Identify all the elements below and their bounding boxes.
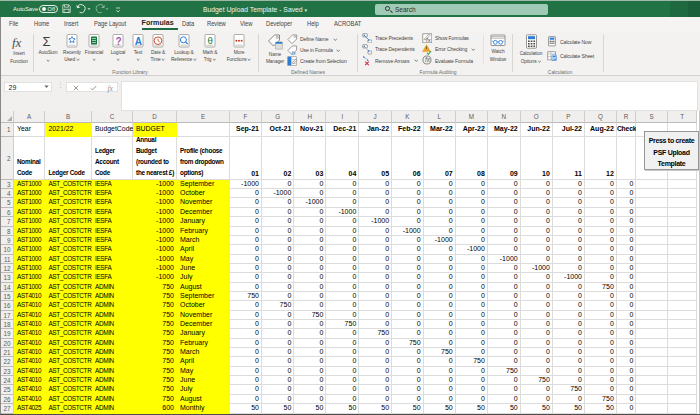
- month-value-cell[interactable]: 0: [326, 367, 359, 376]
- profile-cell[interactable]: February: [177, 227, 230, 236]
- cancel-entry-icon[interactable]: [73, 85, 79, 91]
- annual-budget-cell[interactable]: -1000: [133, 273, 177, 282]
- row-header-19[interactable]: 19: [0, 329, 14, 338]
- ledger-code-cell[interactable]: AST_COSTCTR: [45, 255, 92, 264]
- undo-icon[interactable]: [76, 3, 91, 14]
- month-header[interactable]: Mar-22: [424, 123, 456, 136]
- profile-cell[interactable]: March: [177, 236, 230, 245]
- annual-budget-cell[interactable]: 750: [133, 395, 177, 404]
- month-value-cell[interactable]: 0: [294, 348, 326, 357]
- row-header-18[interactable]: 18: [0, 320, 14, 329]
- ledger-account-code-cell[interactable]: ADMIN: [92, 385, 133, 394]
- month-value-cell[interactable]: 0: [553, 395, 585, 404]
- nominal-code-cell[interactable]: AST4010: [14, 367, 45, 376]
- month-value-cell[interactable]: 0: [553, 376, 585, 385]
- nominal-code-cell[interactable]: AST1000: [14, 236, 45, 245]
- month-value-cell[interactable]: 0: [326, 357, 359, 366]
- annual-budget-cell[interactable]: 600: [133, 404, 177, 413]
- row-header-12[interactable]: 12: [0, 264, 14, 273]
- month-value-cell[interactable]: 0: [230, 208, 262, 217]
- month-value-cell[interactable]: 0: [326, 395, 359, 404]
- month-value-cell[interactable]: 0: [585, 301, 617, 310]
- check-value-cell[interactable]: 0: [617, 208, 637, 217]
- month-value-cell[interactable]: 0: [392, 208, 424, 217]
- month-value-cell[interactable]: 0: [456, 395, 488, 404]
- check-value-cell[interactable]: 0: [617, 227, 637, 236]
- month-value-cell[interactable]: 0: [326, 189, 359, 198]
- month-value-cell[interactable]: 0: [585, 320, 617, 329]
- month-value-cell[interactable]: 0: [230, 227, 262, 236]
- month-value-cell[interactable]: 0: [456, 283, 488, 292]
- row-header-23[interactable]: 23: [0, 367, 14, 376]
- formula-input[interactable]: [121, 81, 698, 111]
- profile-cell[interactable]: June: [177, 264, 230, 273]
- month-value-cell[interactable]: 0: [294, 227, 326, 236]
- month-value-cell[interactable]: 0: [359, 208, 392, 217]
- month-value-cell[interactable]: 0: [294, 273, 326, 282]
- ledger-account-code-cell[interactable]: ADMIN: [92, 339, 133, 348]
- ribbon-error-checking-button[interactable]: Error Checking: [422, 44, 473, 55]
- month-value-cell[interactable]: 0: [230, 395, 262, 404]
- profile-cell[interactable]: September: [177, 180, 230, 189]
- month-value-cell[interactable]: 0: [585, 217, 617, 226]
- month-value-cell[interactable]: 0: [521, 357, 553, 366]
- month-value-cell[interactable]: 0: [424, 283, 456, 292]
- month-value-cell[interactable]: 0: [230, 264, 262, 273]
- cell[interactable]: [636, 227, 668, 236]
- nominal-code-cell[interactable]: AST4010: [14, 292, 45, 301]
- month-value-cell[interactable]: 0: [585, 376, 617, 385]
- month-value-cell[interactable]: 50: [456, 404, 488, 413]
- month-value-cell[interactable]: 0: [262, 180, 294, 189]
- month-value-cell[interactable]: 0: [488, 348, 521, 357]
- cell[interactable]: [668, 245, 698, 254]
- ledger-code-cell[interactable]: AST_COSTCTR: [45, 348, 92, 357]
- column-header-F[interactable]: F: [230, 111, 262, 124]
- cell[interactable]: [668, 264, 698, 273]
- check-value-cell[interactable]: 0: [617, 236, 637, 245]
- tab-insert[interactable]: Insert: [64, 20, 78, 27]
- month-value-cell[interactable]: 0: [456, 385, 488, 394]
- month-value-cell[interactable]: 0: [424, 357, 456, 366]
- month-value-cell[interactable]: 0: [262, 236, 294, 245]
- select-all-corner[interactable]: [0, 111, 14, 124]
- annual-budget-cell[interactable]: 750: [133, 283, 177, 292]
- month-value-cell[interactable]: 0: [326, 301, 359, 310]
- annual-budget-cell[interactable]: -1000: [133, 208, 177, 217]
- month-value-cell[interactable]: 0: [230, 367, 262, 376]
- cell[interactable]: [668, 189, 698, 198]
- profile-cell[interactable]: January: [177, 329, 230, 338]
- month-value-cell[interactable]: 0: [521, 208, 553, 217]
- profile-cell[interactable]: December: [177, 320, 230, 329]
- cell[interactable]: [636, 339, 668, 348]
- month-value-cell[interactable]: 0: [359, 367, 392, 376]
- month-value-cell[interactable]: 0: [488, 385, 521, 394]
- month-value-cell[interactable]: 0: [456, 367, 488, 376]
- month-value-cell[interactable]: 0: [521, 339, 553, 348]
- month-value-cell[interactable]: 750: [262, 301, 294, 310]
- month-value-cell[interactable]: 750: [359, 329, 392, 338]
- saved-dropdown-caret-icon[interactable]: ▾: [305, 7, 308, 13]
- month-value-cell[interactable]: 0: [553, 180, 585, 189]
- month-value-cell[interactable]: 0: [294, 339, 326, 348]
- ledger-code-cell[interactable]: AST_COSTCTR: [45, 339, 92, 348]
- month-value-cell[interactable]: 0: [326, 283, 359, 292]
- check-value-cell[interactable]: 0: [617, 283, 637, 292]
- annual-budget-cell[interactable]: 750: [133, 311, 177, 320]
- month-value-cell[interactable]: 0: [294, 236, 326, 245]
- annual-budget-cell[interactable]: 750: [133, 339, 177, 348]
- cell[interactable]: [636, 180, 668, 189]
- ribbon-trace-precedents-button[interactable]: Trace Precedents: [362, 33, 420, 44]
- month-value-cell[interactable]: 0: [230, 255, 262, 264]
- profile-cell[interactable]: March: [177, 348, 230, 357]
- month-value-cell[interactable]: 0: [326, 198, 359, 207]
- month-number-header[interactable]: 12: [585, 137, 617, 180]
- month-value-cell[interactable]: 0: [294, 189, 326, 198]
- row-header-17[interactable]: 17: [0, 311, 14, 320]
- month-value-cell[interactable]: 0: [456, 180, 488, 189]
- month-value-cell[interactable]: 750: [521, 376, 553, 385]
- month-value-cell[interactable]: 0: [294, 385, 326, 394]
- month-value-cell[interactable]: 0: [294, 283, 326, 292]
- profile-cell[interactable]: October: [177, 301, 230, 310]
- cell[interactable]: [636, 329, 668, 338]
- nominal-code-cell[interactable]: AST4010: [14, 329, 45, 338]
